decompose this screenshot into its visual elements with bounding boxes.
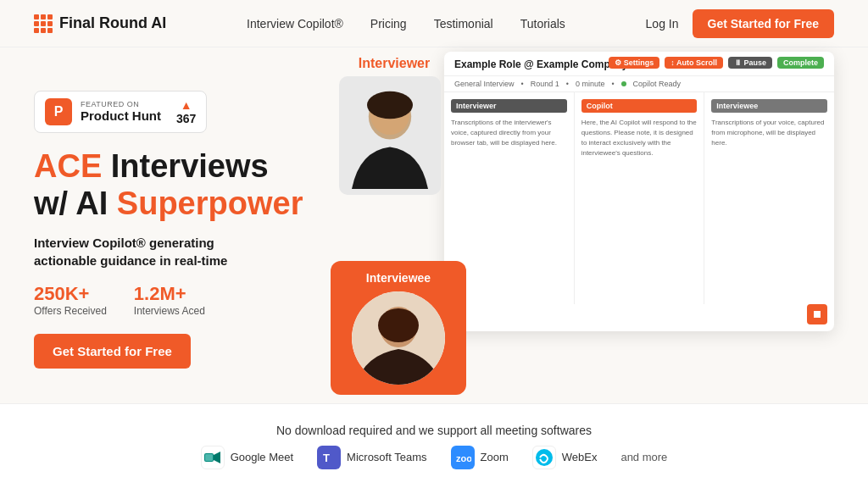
google-meet-label: Google Meet <box>231 451 293 463</box>
svg-rect-6 <box>814 311 821 318</box>
panel-header: Example Role @ Example Company ⚙ Setting… <box>444 52 834 76</box>
nav-copilot[interactable]: Interview Copilot® <box>247 17 343 30</box>
integration-googlemeet: Google Meet <box>201 446 293 469</box>
panel-columns: Interviewer Transcriptions of the interv… <box>444 92 834 304</box>
col-interviewee: Interviewee Transcriptions of your voice… <box>704 92 834 304</box>
stat-interviews-num: 1.2M+ <box>134 283 205 305</box>
col-copilot: Copilot Here, the AI Copilot will respon… <box>575 92 705 304</box>
logo-grid-icon <box>34 14 53 33</box>
panel-tabs: General Interview • Round 1 • 0 minute •… <box>444 76 834 92</box>
stat-offers-label: Offers Received <box>34 305 107 317</box>
integrations-list: Google Meet T Microsoft Teams zoom Zoom <box>201 446 668 469</box>
hero-subtitle: Interview Copilot® generatingactionable … <box>34 234 305 269</box>
header-cta-button[interactable]: Get Started for Free <box>693 9 834 38</box>
autoscroll-button[interactable]: ↕ Auto Scroll <box>665 57 723 69</box>
hero-title-superpower: Superpower <box>117 186 303 221</box>
hero-title: ACE Interviewsw/ AI Superpower <box>34 148 305 222</box>
product-hunt-text: FEATURED ON Product Hunt <box>81 100 161 123</box>
login-button[interactable]: Log In <box>646 17 679 30</box>
svg-point-12 <box>536 449 553 466</box>
ph-arrow-icon: ▲ <box>181 98 192 112</box>
webex-svg <box>534 447 554 468</box>
header: Final Round AI Interview Copilot® Pricin… <box>0 0 868 47</box>
webex-icon <box>532 446 556 469</box>
stat-interviews: 1.2M+ Interviews Aced <box>134 283 205 317</box>
product-hunt-icon: P <box>45 98 72 125</box>
interviewer-card: Interviewer <box>339 56 449 195</box>
webex-label: WebEx <box>562 451 598 463</box>
stop-icon <box>812 309 822 319</box>
stat-offers-num: 250K+ <box>34 283 107 305</box>
col-interviewee-header: Interviewee <box>711 99 827 113</box>
ph-name: Product Hunt <box>81 108 161 123</box>
interviewee-label: Interviewee <box>341 271 456 285</box>
nav-pricing[interactable]: Pricing <box>370 17 407 30</box>
bottom-text: No download required and we support all … <box>276 424 592 437</box>
pause-button[interactable]: ⏸ Pause <box>728 57 772 69</box>
svg-rect-9 <box>205 454 213 461</box>
tab-round[interactable]: Round 1 <box>531 80 559 88</box>
col-copilot-text: Here, the AI Copilot will respond to the… <box>581 118 698 158</box>
zoom-icon: zoom <box>451 446 475 469</box>
tab-minute: 0 minute <box>576 80 605 88</box>
zoom-svg: zoom <box>454 449 471 466</box>
main-nav: Interview Copilot® Pricing Testimonial T… <box>247 17 565 30</box>
hero-stats: 250K+ Offers Received 1.2M+ Interviews A… <box>34 283 305 317</box>
main-content: P FEATURED ON Product Hunt ▲ 367 ACE Int… <box>0 47 868 403</box>
hero-right: Interviewer Interviewee <box>305 47 834 403</box>
tab-general[interactable]: General Interview <box>454 80 515 88</box>
interviewee-image <box>352 291 445 385</box>
svg-marker-8 <box>214 452 220 463</box>
integration-zoom: zoom Zoom <box>451 446 509 469</box>
teams-icon: T <box>317 446 341 469</box>
complete-button[interactable]: Complete <box>777 57 824 69</box>
zoom-label: Zoom <box>481 451 509 463</box>
hero-title-ace: ACE <box>34 148 102 184</box>
product-hunt-badge[interactable]: P FEATURED ON Product Hunt ▲ 367 <box>34 91 207 133</box>
integration-teams: T Microsoft Teams <box>317 446 426 469</box>
logo-text: Final Round AI <box>59 14 166 32</box>
demo-panel: Example Role @ Example Company ⚙ Setting… <box>444 52 834 331</box>
col-interviewee-text: Transcriptions of your voice, captured f… <box>711 118 827 148</box>
stat-offers: 250K+ Offers Received <box>34 283 107 317</box>
teams-label: Microsoft Teams <box>347 451 426 463</box>
ph-featured-label: FEATURED ON <box>81 100 161 108</box>
stat-interviews-label: Interviews Aced <box>134 305 205 317</box>
svg-point-5 <box>378 308 419 342</box>
ph-score-num: 367 <box>176 112 196 125</box>
interviewer-silhouette <box>344 82 436 189</box>
teams-svg: T <box>320 449 337 466</box>
interviewer-image <box>339 76 441 195</box>
header-actions: Log In Get Started for Free <box>646 9 834 38</box>
col-copilot-header: Copilot <box>581 99 698 113</box>
logo: Final Round AI <box>34 14 166 33</box>
settings-button[interactable]: ⚙ Settings <box>609 57 659 69</box>
ph-score: ▲ 367 <box>176 98 196 125</box>
interviewer-label: Interviewer <box>339 56 449 71</box>
bottom-bar: No download required and we support all … <box>0 403 868 488</box>
svg-text:T: T <box>323 452 330 464</box>
orange-action-button[interactable] <box>807 304 827 324</box>
ready-dot <box>621 81 626 86</box>
google-meet-icon <box>201 446 225 469</box>
col-interviewer-header: Interviewer <box>451 99 567 113</box>
interviewee-silhouette <box>352 291 445 385</box>
nav-testimonial[interactable]: Testimonial <box>434 17 493 30</box>
col-interviewer-text: Transcriptions of the interviewer's voic… <box>451 118 567 148</box>
and-more-label: and more <box>620 451 667 463</box>
tab-ready: Copilot Ready <box>633 80 682 88</box>
google-meet-svg <box>203 448 222 467</box>
integration-webex: WebEx <box>532 446 598 469</box>
svg-text:zoom: zoom <box>456 453 471 463</box>
interviewee-card: Interviewee <box>331 261 466 395</box>
hero-cta-button[interactable]: Get Started for Free <box>34 334 191 369</box>
hero-left: P FEATURED ON Product Hunt ▲ 367 ACE Int… <box>34 82 305 369</box>
svg-point-2 <box>367 92 413 119</box>
nav-tutorials[interactable]: Tutorials <box>520 17 565 30</box>
